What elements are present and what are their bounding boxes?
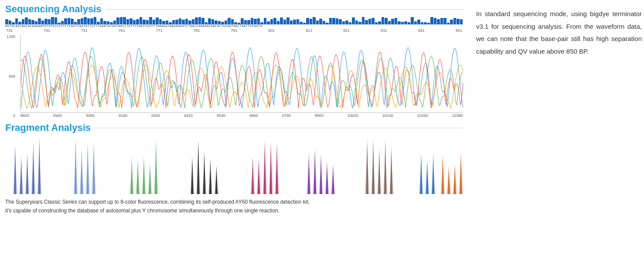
dna-bar: [342, 21, 345, 24]
dna-bar: [107, 21, 110, 24]
dna-bar: [35, 21, 38, 24]
dna-bar: [162, 21, 165, 24]
dna-bar: [77, 19, 80, 24]
svg-marker-3: [20, 157, 23, 194]
dna-bar: [316, 20, 319, 24]
svg-marker-69: [420, 154, 423, 194]
svg-marker-7: [32, 143, 34, 195]
svg-marker-57: [332, 164, 334, 194]
dna-bar: [460, 19, 463, 24]
svg-marker-9: [38, 138, 41, 195]
dna-bar: [185, 19, 188, 24]
svg-marker-45: [269, 142, 272, 195]
dna-bar: [424, 22, 427, 24]
dna-bar: [306, 18, 309, 24]
dna-bar: [25, 17, 28, 24]
dna-bar: [332, 18, 335, 24]
ruler-label: 761: [119, 28, 125, 33]
dna-bar: [254, 19, 257, 24]
dna-bar: [349, 22, 352, 24]
xaxis-label: 9420: [184, 113, 193, 118]
svg-marker-31: [197, 140, 200, 194]
xaxis-label: 9540: [217, 113, 225, 118]
ruler-label: 851: [456, 28, 462, 33]
svg-marker-29: [191, 157, 194, 195]
right-panel: In standard sequencing mode, using bigdy…: [467, 3, 642, 215]
dna-bar: [362, 17, 365, 24]
ruler-label: 831: [381, 28, 387, 33]
dna-sequence-text: AGTACAGCAGCACAAGAATGTGTGCCGTTCTCAGTTAATA…: [5, 24, 463, 28]
svg-marker-47: [276, 143, 278, 194]
dna-bar: [55, 17, 58, 24]
dna-bar: [28, 19, 31, 24]
y-label-1200: 1200: [7, 34, 15, 39]
dna-bar: [408, 22, 411, 24]
dna-bar: [211, 19, 215, 24]
caption-line1: The Superyears Classic Series can suppor…: [5, 199, 310, 205]
svg-marker-51: [313, 149, 316, 195]
dna-bar: [179, 18, 182, 24]
ruler-label: 781: [194, 28, 200, 33]
dna-bar: [225, 20, 228, 24]
ruler-label: 791: [231, 28, 237, 33]
xaxis-label: 8940: [53, 113, 62, 118]
xaxis-label: 10260: [417, 113, 428, 118]
waveform-yaxis: 1200 600 0: [7, 34, 15, 118]
dna-bar: [398, 21, 401, 24]
xaxis-label: 9780: [282, 113, 291, 118]
dna-bar: [355, 20, 358, 24]
svg-marker-63: [378, 150, 381, 195]
dna-bar: [430, 17, 433, 24]
svg-marker-33: [203, 152, 206, 195]
dna-bar: [427, 23, 430, 24]
dna-bar: [401, 22, 404, 24]
main-container: Sequencing Analysis AGTACAGCAGCACAAGAATG…: [0, 0, 644, 218]
svg-marker-77: [447, 166, 450, 194]
dna-bar: [457, 19, 460, 24]
svg-marker-25: [149, 164, 151, 195]
svg-marker-13: [80, 149, 83, 195]
dna-bar: [326, 23, 329, 24]
dna-bar: [286, 17, 290, 24]
dna-bar: [44, 19, 48, 24]
dna-bar: [231, 19, 234, 24]
dna-bar: [218, 21, 221, 24]
dna-bar: [116, 17, 119, 24]
dna-bar: [450, 20, 453, 24]
dna-bar: [94, 17, 97, 24]
dna-bar: [68, 18, 71, 24]
connector-text: and: [505, 48, 516, 55]
dna-bar: [411, 17, 414, 24]
dna-bar: [103, 21, 106, 24]
xaxis-label: 10020: [348, 113, 358, 118]
svg-marker-11: [74, 139, 77, 195]
xaxis-label: 9180: [119, 113, 127, 118]
dna-bar: [434, 18, 437, 24]
svg-marker-73: [432, 154, 435, 194]
dna-bar: [208, 18, 211, 24]
dna-bar: [385, 18, 388, 24]
dna-bar: [267, 21, 270, 24]
dna-bar: [87, 18, 90, 24]
xaxis-label: 8820: [20, 113, 29, 118]
dna-bar: [319, 19, 322, 24]
fragment-caption: The Superyears Classic Series can suppor…: [5, 198, 463, 215]
dna-bar: [371, 18, 375, 24]
svg-marker-23: [143, 156, 145, 194]
dna-bar: [143, 20, 146, 24]
svg-marker-35: [209, 159, 212, 194]
ruler-label: 811: [306, 28, 312, 33]
dna-bar: [90, 18, 93, 24]
dna-bar: [270, 19, 273, 24]
dna-bar: [391, 19, 394, 24]
dna-bar: [293, 20, 296, 24]
svg-marker-61: [372, 140, 375, 195]
dna-bar: [123, 17, 126, 24]
dna-bar: [84, 17, 87, 24]
dna-bar: [251, 18, 254, 24]
dna-bar: [365, 20, 368, 24]
ruler-label: 741: [44, 28, 50, 33]
description-text: In standard sequencing mode, using bigdy…: [476, 8, 642, 58]
fragment-svg: [5, 135, 463, 196]
dna-bar: [9, 20, 12, 24]
